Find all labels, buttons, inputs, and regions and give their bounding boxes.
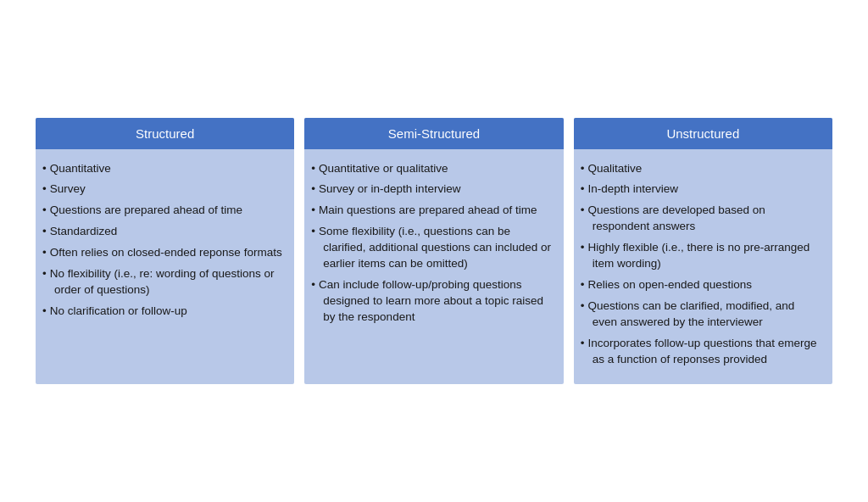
header-structured: Structured <box>36 118 294 149</box>
header-semi-structured: Semi-Structured <box>304 118 563 149</box>
list-item: Highly flexible (i.e., there is no pre-a… <box>581 240 822 272</box>
list-item: Survey <box>42 181 284 198</box>
list-item: No clarification or follow-up <box>42 304 284 320</box>
comparison-table: StructuredQuantitativeSurveyQuestions ar… <box>19 101 849 402</box>
column-structured: StructuredQuantitativeSurveyQuestions ar… <box>36 118 294 385</box>
list-item: In-depth interview <box>581 181 822 198</box>
column-semi-structured: Semi-StructuredQuantitative or qualitati… <box>304 118 563 385</box>
list-item: Incorporates follow-up questions that em… <box>581 336 822 368</box>
list-item: No flexibility (i.e., re: wording of que… <box>42 266 284 298</box>
body-structured: QuantitativeSurveyQuestions are prepared… <box>36 149 294 385</box>
list-item: Can include follow-up/probing questions … <box>311 277 553 326</box>
list-item: Main questions are prepared ahead of tim… <box>311 203 553 219</box>
list-item: Some flexibility (i.e., questions can be… <box>311 224 553 272</box>
list-item: Questions can be clarified, modified, an… <box>581 298 822 331</box>
list-item: Qualitative <box>581 161 822 177</box>
body-semi-structured: Quantitative or qualitativeSurvey or in-… <box>304 149 563 385</box>
list-item: Standardized <box>42 224 284 240</box>
column-unstructured: UnstructuredQualitativeIn-depth intervie… <box>574 118 832 385</box>
list-item: Questions are developed based on respond… <box>581 203 822 235</box>
list-semi-structured: Quantitative or qualitativeSurvey or in-… <box>311 161 553 326</box>
list-item: Often relies on closed-ended reponse for… <box>42 245 284 261</box>
list-item: Survey or in-depth interview <box>311 181 553 198</box>
list-structured: QuantitativeSurveyQuestions are prepared… <box>42 161 284 320</box>
header-unstructured: Unstructured <box>574 118 832 149</box>
list-item: Quantitative or qualitative <box>311 161 553 177</box>
list-item: Questions are prepared ahead of time <box>42 203 284 219</box>
list-unstructured: QualitativeIn-depth interviewQuestions a… <box>581 161 822 368</box>
list-item: Relies on open-ended questions <box>581 277 822 293</box>
body-unstructured: QualitativeIn-depth interviewQuestions a… <box>574 149 832 385</box>
list-item: Quantitative <box>42 161 284 177</box>
